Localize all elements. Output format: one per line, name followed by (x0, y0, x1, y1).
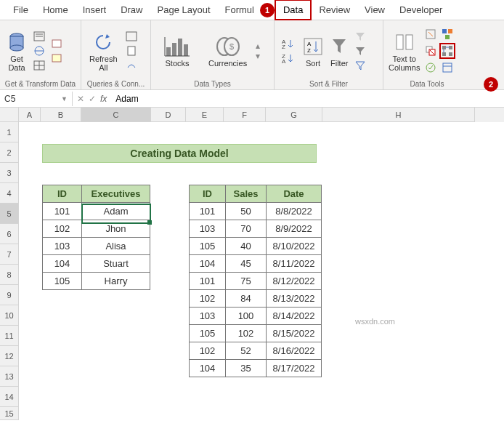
table-cell[interactable]: Stuart (82, 255, 150, 273)
table-cell[interactable]: 70 (226, 220, 267, 238)
table-header[interactable]: Sales (226, 185, 267, 203)
table-cell[interactable]: 104 (190, 360, 226, 377)
clear-filter-icon[interactable] (354, 30, 367, 43)
col-header-d[interactable]: D (151, 108, 186, 122)
scroll-down-icon[interactable]: ▾ (256, 51, 260, 61)
col-header-e[interactable]: E (186, 108, 224, 122)
table-cell[interactable]: 84 (226, 290, 267, 308)
tab-data[interactable]: Data (275, 0, 312, 20)
tab-view[interactable]: View (357, 1, 392, 19)
chevron-down-icon[interactable]: ▼ (61, 95, 68, 103)
table-cell[interactable]: 104 (190, 255, 226, 273)
properties-icon[interactable] (125, 44, 138, 57)
table-cell[interactable]: 45 (226, 255, 267, 273)
cancel-icon[interactable]: ✕ (77, 94, 84, 104)
table-header[interactable]: Date (267, 185, 322, 203)
sort-button[interactable]: AZ Sort (300, 32, 326, 70)
table-cell[interactable]: 40 (226, 238, 267, 255)
fx-icon[interactable]: fx (100, 94, 111, 104)
stocks-button[interactable]: Stocks (155, 32, 200, 70)
row-header[interactable]: 7 (0, 244, 19, 265)
row-header[interactable]: 1 (0, 122, 19, 142)
col-header-c[interactable]: C (81, 108, 151, 122)
table-header[interactable]: ID (43, 185, 82, 203)
table-cell[interactable]: 101 (190, 203, 226, 220)
table-cell[interactable]: 105 (190, 238, 226, 255)
row-header[interactable]: 2 (0, 142, 19, 163)
edit-links-icon[interactable] (125, 59, 138, 72)
consolidate-icon[interactable] (439, 26, 455, 42)
row-header[interactable]: 12 (0, 346, 19, 366)
table-cell[interactable]: 35 (226, 360, 267, 377)
table-cell[interactable]: 103 (43, 238, 82, 255)
row-header[interactable]: 6 (0, 224, 19, 244)
enter-icon[interactable]: ✓ (89, 94, 96, 104)
table-header[interactable]: Executives (82, 185, 150, 203)
reapply-icon[interactable] (354, 44, 367, 57)
flash-fill-icon[interactable] (423, 26, 439, 42)
table-cell[interactable]: 8/11/2022 (267, 255, 322, 273)
table-cell[interactable]: 101 (190, 273, 226, 290)
col-header-h[interactable]: H (322, 108, 475, 122)
row-header[interactable]: 11 (0, 326, 19, 346)
row-header[interactable]: 14 (0, 387, 19, 407)
filter-button[interactable]: Filter (328, 32, 351, 70)
from-web-icon[interactable] (33, 44, 46, 57)
table-cell[interactable]: 8/17/2022 (267, 360, 322, 377)
cells-area[interactable]: Creating Data Model IDExecutives 101Adam… (19, 122, 504, 420)
table-cell[interactable]: 50 (226, 203, 267, 220)
row-header[interactable]: 4 (0, 183, 19, 204)
table-cell[interactable]: 8/9/2022 (267, 220, 322, 238)
formula-input[interactable] (111, 92, 504, 106)
table-cell[interactable]: 8/13/2022 (267, 290, 322, 308)
from-table-icon[interactable] (33, 59, 46, 72)
tab-review[interactable]: Review (312, 1, 357, 19)
table-cell[interactable]: 100 (226, 308, 267, 325)
row-header[interactable]: 9 (0, 285, 19, 305)
currencies-button[interactable]: $ Currencies (201, 32, 254, 70)
table-cell[interactable]: 52 (226, 342, 267, 360)
from-text-icon[interactable] (33, 30, 46, 43)
remove-duplicates-icon[interactable] (423, 43, 439, 59)
table-cell[interactable]: 105 (190, 325, 226, 342)
col-header-f[interactable]: F (224, 108, 266, 122)
table-cell[interactable]: Harry (82, 273, 150, 290)
existing-conn-icon[interactable] (50, 52, 63, 65)
select-all-corner[interactable] (0, 108, 19, 122)
table-cell[interactable]: 105 (43, 273, 82, 290)
name-box[interactable]: C5 ▼ (0, 92, 73, 106)
table-cell[interactable]: 8/10/2022 (267, 238, 322, 255)
refresh-all-button[interactable]: Refresh All (85, 28, 122, 74)
relationships-button[interactable] (439, 43, 455, 59)
table-cell[interactable]: 8/14/2022 (267, 308, 322, 325)
data-validation-icon[interactable] (423, 60, 439, 76)
queries-icon[interactable] (125, 30, 138, 43)
row-header[interactable]: 3 (0, 163, 19, 183)
table-cell[interactable]: 103 (190, 308, 226, 325)
col-header-a[interactable]: A (19, 108, 41, 122)
row-header[interactable]: 13 (0, 366, 19, 387)
col-header-b[interactable]: B (41, 108, 81, 122)
sort-za-icon[interactable]: ZA (280, 52, 297, 65)
table-cell[interactable]: 102 (190, 290, 226, 308)
tab-file[interactable]: File (6, 1, 36, 19)
row-header[interactable]: 8 (0, 265, 19, 285)
table-header[interactable]: ID (190, 185, 226, 203)
tab-developer[interactable]: Developer (392, 1, 450, 19)
sort-az-icon[interactable]: AZ (280, 37, 297, 50)
row-header[interactable]: 15 (0, 407, 19, 420)
table-cell[interactable]: 102 (190, 342, 226, 360)
get-data-button[interactable]: Get Data (4, 28, 30, 74)
table-cell[interactable]: 103 (190, 220, 226, 238)
text-to-columns-button[interactable]: Text to Columns (387, 28, 421, 74)
table-cell[interactable]: Jhon (82, 220, 150, 238)
tab-draw[interactable]: Draw (113, 1, 150, 19)
table-cell[interactable]: 102 (226, 325, 267, 342)
table-cell[interactable]: 8/16/2022 (267, 342, 322, 360)
tab-page-layout[interactable]: Page Layout (150, 1, 218, 19)
table-cell[interactable]: 75 (226, 273, 267, 290)
table-cell[interactable]: Adam (82, 203, 150, 220)
table-cell[interactable]: 8/15/2022 (267, 325, 322, 342)
scroll-up-icon[interactable]: ▴ (256, 41, 260, 51)
tab-formulas[interactable]: Formul (218, 1, 261, 19)
